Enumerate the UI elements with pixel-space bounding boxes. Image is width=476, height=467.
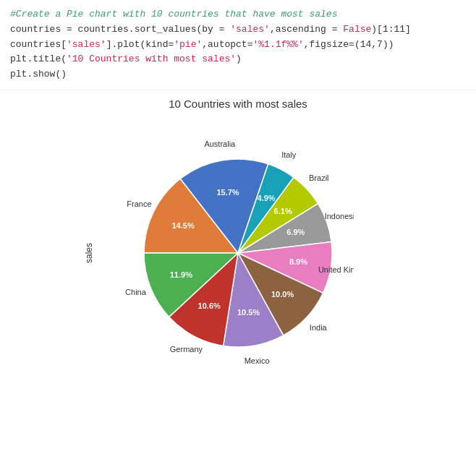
svg-text:10.0%: 10.0%	[271, 290, 294, 299]
svg-text:8.9%: 8.9%	[289, 257, 307, 266]
svg-text:14.5%: 14.5%	[172, 221, 195, 230]
code-block: #Create a Pie chart with 10 countries th…	[0, 0, 476, 90]
svg-text:Brazil: Brazil	[309, 173, 329, 182]
svg-text:15.7%: 15.7%	[216, 188, 239, 197]
svg-text:China: China	[125, 288, 147, 296]
code-line4: plt.show()	[10, 67, 466, 82]
svg-text:France: France	[127, 200, 151, 208]
svg-text:Mexico: Mexico	[245, 356, 270, 365]
code-line3: plt.title('10 Countries with most sales'…	[10, 52, 466, 67]
svg-text:United Kingdom: United Kingdom	[318, 265, 354, 274]
code-line1: countries = countries.sort_values(by = '…	[10, 22, 466, 38]
svg-text:4.9%: 4.9%	[258, 194, 276, 202]
svg-text:Italy: Italy	[281, 150, 297, 159]
pie-svg: 14.5%France15.7%Australia4.9%Italy6.1%Br…	[122, 137, 354, 369]
svg-text:India: India	[310, 323, 328, 332]
y-axis-label: sales	[84, 243, 94, 263]
chart-wrapper: sales 14.5%France15.7%Australia4.9%Italy…	[86, 116, 390, 390]
svg-text:Australia: Australia	[204, 140, 236, 148]
code-comment: #Create a Pie chart with 10 countries th…	[10, 7, 466, 22]
code-line2: countries['sales'].plot(kind='pie',autop…	[10, 38, 466, 53]
svg-text:Germany: Germany	[170, 345, 203, 354]
svg-text:10.6%: 10.6%	[198, 301, 221, 310]
chart-title: 10 Countries with most sales	[169, 98, 307, 110]
svg-text:10.5%: 10.5%	[237, 308, 260, 317]
svg-text:6.9%: 6.9%	[286, 228, 305, 236]
chart-section: 10 Countries with most sales sales 14.5%…	[0, 90, 476, 398]
pie-chart: 14.5%France15.7%Australia4.9%Italy6.1%Br…	[122, 137, 354, 369]
svg-text:6.1%: 6.1%	[274, 207, 292, 215]
svg-text:Indonesia: Indonesia	[325, 212, 354, 220]
svg-text:11.9%: 11.9%	[170, 270, 192, 279]
